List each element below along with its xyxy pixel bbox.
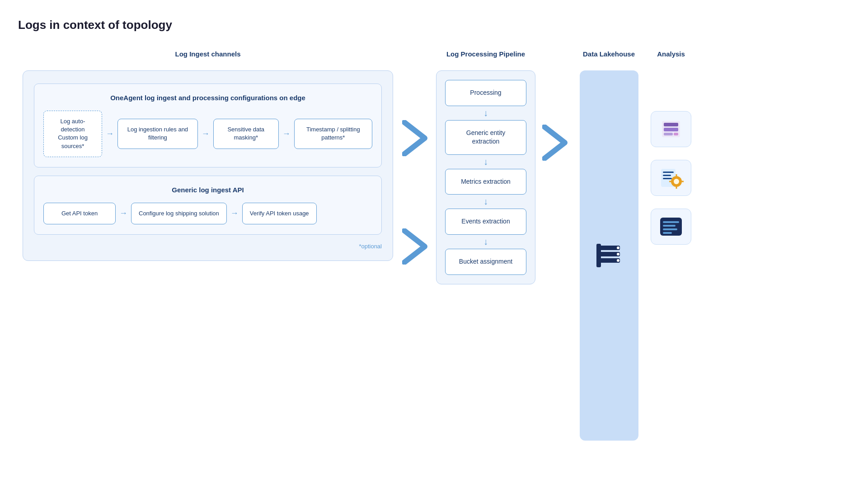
flow-box-sensitive: Sensitive data masking* bbox=[213, 119, 279, 149]
analysis-icons-col bbox=[651, 111, 691, 250]
chevron-bottom-wrapper bbox=[402, 219, 429, 274]
flow-box-log-auto: Log auto-detection Custom log sources* bbox=[43, 111, 102, 157]
svg-rect-2 bbox=[598, 246, 620, 250]
pipeline-arrow-3: ↓ bbox=[483, 196, 488, 207]
flow-box-verify-token: Verify API token usage bbox=[242, 203, 317, 224]
svg-point-6 bbox=[617, 259, 619, 262]
pipeline-outer-box: Processing ↓ Generic entity extraction ↓… bbox=[436, 70, 535, 284]
flow-box-timestamp: Timestamp / splitting patterns* bbox=[294, 119, 372, 149]
pipeline-box-processing: Processing bbox=[445, 80, 526, 106]
lakehouse-column bbox=[580, 70, 638, 441]
svg-rect-11 bbox=[674, 133, 678, 135]
query-icon bbox=[658, 165, 684, 191]
svg-rect-10 bbox=[664, 133, 673, 135]
svg-rect-24 bbox=[663, 225, 676, 227]
svg-point-4 bbox=[617, 246, 619, 249]
oneagent-title: OneAgent log ingest and processing confi… bbox=[43, 94, 372, 102]
arrow-3: → bbox=[282, 129, 291, 139]
svg-rect-9 bbox=[664, 128, 678, 131]
pipeline-section-header: Log Processing Pipeline bbox=[434, 50, 538, 58]
pipeline-section: Processing ↓ Generic entity extraction ↓… bbox=[434, 70, 538, 284]
svg-rect-13 bbox=[663, 172, 674, 173]
arrow-5: → bbox=[230, 209, 239, 218]
arrow-4: → bbox=[119, 209, 127, 218]
pipeline-box-metrics: Metrics extraction bbox=[445, 169, 526, 195]
pipeline-box-events: Events extraction bbox=[445, 209, 526, 235]
pipeline-arrow-2: ↓ bbox=[483, 157, 488, 167]
flow-box-configure-shipping: Configure log shipping solution bbox=[131, 203, 227, 224]
ingest-header-spacer: Log Ingest channels bbox=[18, 50, 398, 66]
layers-icon bbox=[658, 116, 684, 142]
page-title: Logs in context of topology bbox=[18, 18, 850, 32]
pipeline-box-bucket: Bucket assignment bbox=[445, 249, 526, 275]
analysis-icon-box-2 bbox=[651, 160, 691, 196]
ingest-outer-box: OneAgent log ingest and processing confi… bbox=[23, 70, 393, 261]
lakehouse-section-header: Data Lakehouse bbox=[574, 50, 644, 58]
analysis-section bbox=[644, 70, 698, 250]
chevron-section-1 bbox=[398, 70, 434, 274]
lakehouse-section bbox=[574, 70, 644, 441]
oneagent-flow-row: Log auto-detection Custom log sources* →… bbox=[43, 111, 372, 157]
chevron-right-bottom-icon bbox=[402, 228, 429, 265]
api-box: Generic log ingest API Get API token → C… bbox=[34, 176, 382, 235]
analysis-icon-box-1 bbox=[651, 111, 691, 147]
analysis-section-header: Analysis bbox=[644, 50, 698, 58]
svg-point-17 bbox=[674, 179, 679, 184]
svg-rect-23 bbox=[663, 221, 679, 223]
svg-rect-25 bbox=[663, 228, 677, 230]
svg-rect-3 bbox=[596, 244, 601, 267]
optional-note: *optional bbox=[34, 243, 382, 250]
svg-rect-26 bbox=[663, 232, 672, 234]
svg-rect-0 bbox=[598, 252, 620, 256]
svg-rect-14 bbox=[663, 175, 671, 176]
svg-rect-8 bbox=[664, 123, 678, 126]
arrow-2: → bbox=[202, 129, 210, 139]
pipeline-arrow-1: ↓ bbox=[483, 108, 488, 118]
chevron-section-2 bbox=[538, 70, 574, 161]
oneagent-box: OneAgent log ingest and processing confi… bbox=[34, 84, 382, 167]
ingest-section-header: Log Ingest channels bbox=[18, 50, 398, 58]
stream-icon bbox=[658, 214, 684, 239]
chevron-top-wrapper bbox=[402, 111, 429, 165]
storage-icon bbox=[593, 239, 625, 272]
flow-box-get-token: Get API token bbox=[43, 203, 116, 224]
svg-point-5 bbox=[617, 253, 619, 256]
pipeline-box-generic-entity: Generic entity extraction bbox=[445, 120, 526, 155]
arrow-1: → bbox=[106, 129, 114, 139]
svg-rect-1 bbox=[598, 258, 620, 263]
analysis-icon-box-3 bbox=[651, 209, 691, 245]
chevron-right-mid-icon bbox=[542, 125, 569, 161]
api-flow-row: Get API token → Configure log shipping s… bbox=[43, 203, 372, 224]
api-title: Generic log ingest API bbox=[43, 186, 372, 194]
svg-rect-15 bbox=[663, 178, 672, 179]
pipeline-arrow-4: ↓ bbox=[483, 237, 488, 247]
flow-box-ingestion-rules: Log ingestion rules and filtering bbox=[117, 119, 198, 149]
chevron-right-top-icon bbox=[402, 120, 429, 156]
ingest-section: OneAgent log ingest and processing confi… bbox=[18, 70, 398, 261]
